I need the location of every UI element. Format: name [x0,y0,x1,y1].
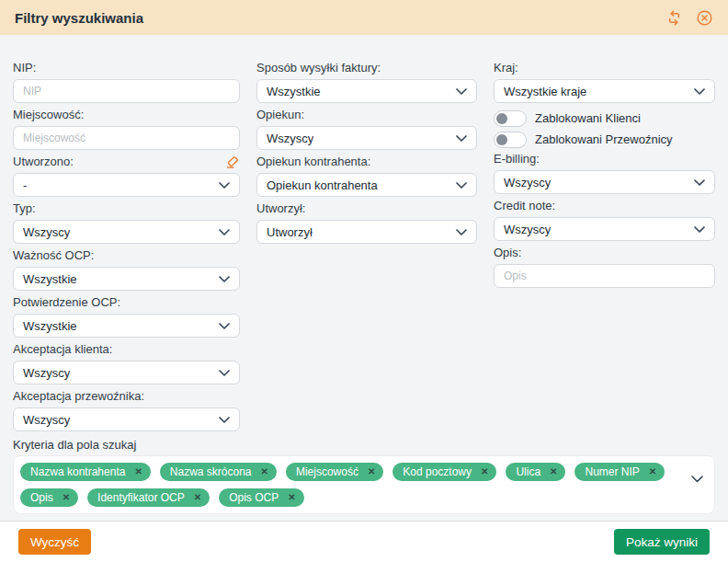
opiekun-kontrahenta-select[interactable]: Opiekun kontrahenta [256,173,477,197]
eraser-icon[interactable] [224,155,240,170]
tag-remove-icon[interactable]: ✕ [261,467,268,476]
utworzyl-label: Utworzył: [256,201,305,216]
tag-label: Miejscowość [296,465,358,478]
field-label-row: Typ: [13,201,240,216]
sposob-wysylki-faktury-select[interactable]: Wszystkie [256,79,477,103]
tag-remove-icon[interactable]: ✕ [288,493,295,502]
tag-remove-icon[interactable]: ✕ [134,467,142,476]
field-potwierdzenie-ocp: Potwierdzenie OCP:Wszystkie [13,295,240,338]
field-typ: Typ:Wszyscy [13,201,240,244]
field-label-row: Opis: [494,246,715,260]
filters-column-middle: Sposób wysyłki faktury:WszystkieOpiekun:… [256,61,477,248]
utworzono-label: Utworzono: [13,155,74,169]
selected-value: Wszyscy [504,176,551,189]
toggle-label: Zablokowani Przewoźnicy [535,132,673,146]
selected-value: Wszystkie [23,319,77,333]
blocked-toggles-group: Zablokowani KlienciZablokowani Przewoźni… [494,108,715,150]
field-label-row: Utworzył: [256,201,477,216]
chevron-down-icon [694,88,705,95]
chevron-down-icon [456,182,467,189]
field-utworzyl: Utworzył:Utworzył [256,201,477,244]
field-label-row: Kraj: [494,61,715,75]
tag-label: Numer NIP [585,465,639,478]
criteria-tag: Miejscowość✕ [286,463,383,481]
akceptacja-przewoznika-select[interactable]: Wszyscy [13,407,240,431]
selected-value: Utworzył [267,225,313,239]
tag-label: Identyfikator OCP [97,491,185,504]
chevron-down-icon [219,276,230,282]
miejscowosc-input[interactable] [13,126,240,150]
field-akceptacja-przewoznika: Akceptacja przewoźnika:Wszyscy [13,389,240,431]
tag-remove-icon[interactable]: ✕ [194,493,201,502]
typ-select[interactable]: Wszyscy [13,220,240,244]
selected-value: Wszyscy [267,132,313,145]
chevron-down-icon [219,370,230,376]
chevron-down-icon [219,229,230,235]
sposob-wysylki-faktury-label: Sposób wysyłki faktury: [256,61,381,75]
field-label-row: Miejscowość: [13,108,240,122]
field-opiekun: Opiekun:Wszyscy [256,108,477,150]
selected-value: - [23,178,27,192]
akceptacja-klienta-select[interactable]: Wszyscy [13,361,240,384]
chevron-down-icon [219,182,230,189]
chevron-down-icon [219,417,230,423]
swap-icon[interactable] [665,9,683,27]
chevron-down-icon [694,179,705,186]
search-filters-panel: Filtry wyszukiwania NIP:Miejscowość:Utwo… [0,0,728,514]
criteria-tag: Ulica✕ [506,463,565,481]
tag-label: Opis OCP [229,491,279,504]
potwierdzenie-ocp-select[interactable]: Wszystkie [13,314,240,338]
waznosc-ocp-label: Ważność OCP: [13,248,94,263]
tag-remove-icon[interactable]: ✕ [368,467,375,476]
nip-input[interactable] [13,79,240,103]
filters-column-left: NIP:Miejscowość:Utworzono:-Typ:WszyscyWa… [13,61,240,436]
tag-remove-icon[interactable]: ✕ [63,493,70,502]
opis-input[interactable] [494,264,715,288]
selected-value: Wszyscy [23,366,70,380]
e-billing-select[interactable]: Wszyscy [494,170,715,194]
tag-label: Opis [30,491,53,504]
field-credit-note: Credit note:Wszyscy [494,199,715,241]
chevron-down-icon [219,323,230,329]
opiekun-select[interactable]: Wszyscy [256,126,477,150]
credit-note-label: Credit note: [494,199,555,213]
field-label-row: NIP: [13,61,240,75]
miejscowosc-label: Miejscowość: [13,108,84,122]
credit-note-select[interactable]: Wszyscy [494,217,715,241]
field-opis: Opis: [494,246,715,288]
selected-value: Wszystkie [23,272,77,286]
tag-label: Ulica [516,465,540,478]
field-opiekun-kontrahenta: Opiekun kontrahenta:Opiekun kontrahenta [256,155,477,197]
chevron-down-icon [456,229,467,235]
field-label-row: Potwierdzenie OCP: [13,295,240,310]
selected-value: Wszyscy [23,413,70,427]
criteria-tag: Identyfikator OCP✕ [87,488,210,507]
utworzyl-select[interactable]: Utworzył [256,220,477,244]
clear-button[interactable]: Wyczyść [18,529,91,555]
toggle-knob [496,113,507,124]
opis-label: Opis: [494,246,521,260]
filters-column-right: Kraj:Wszystkie krajeZablokowani KlienciZ… [494,61,715,292]
utworzono-select[interactable]: - [13,173,240,197]
tag-remove-icon[interactable]: ✕ [649,467,656,476]
waznosc-ocp-select[interactable]: Wszystkie [13,267,240,291]
zablokowani-przewoznicy-toggle[interactable] [494,132,527,148]
field-label-row: Credit note: [494,199,715,213]
criteria-tag: Opis✕ [20,488,78,507]
zablokowani-klienci-toggle[interactable] [494,110,527,127]
close-icon[interactable] [696,9,713,27]
field-utworzono: Utworzono:- [13,155,240,197]
tag-label: Nazwa kontrahenta [30,465,125,478]
tag-remove-icon[interactable]: ✕ [550,467,557,476]
field-label-row: Akceptacja klienta: [13,342,240,357]
criteria-label: Kryteria dla pola szukaj [13,438,715,452]
potwierdzenie-ocp-label: Potwierdzenie OCP: [13,295,120,310]
field-label-row: Akceptacja przewoźnika: [13,389,240,404]
tag-list: Nazwa kontrahenta✕Nazwa skrócona✕Miejsco… [20,463,683,507]
kraj-select[interactable]: Wszystkie kraje [494,79,715,103]
tag-remove-icon[interactable]: ✕ [481,467,488,476]
toggle-label: Zablokowani Klienci [535,111,641,125]
show-results-button[interactable]: Pokaż wyniki [614,529,710,555]
chevron-down-icon[interactable] [691,476,703,483]
toggle-row: Zablokowani Klienci [494,108,715,129]
